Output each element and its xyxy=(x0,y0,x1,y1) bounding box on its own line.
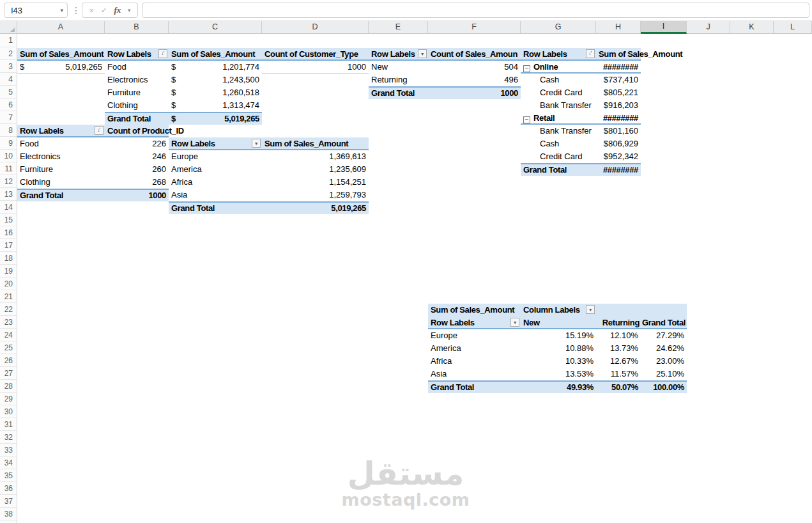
column-header-A[interactable]: A xyxy=(17,21,105,33)
cell-B9[interactable]: 226 xyxy=(105,137,169,150)
row-header-17[interactable]: 17 xyxy=(0,240,17,252)
cell-A11[interactable]: Furniture xyxy=(17,163,105,176)
cell-H8[interactable]: $801,160 xyxy=(596,125,641,137)
cell-B7[interactable]: Grand Total xyxy=(105,112,169,125)
cell-G10[interactable]: Credit Card xyxy=(521,150,596,163)
row-header-29[interactable]: 29 xyxy=(0,393,17,405)
cell-C3[interactable]: $1,201,774 xyxy=(169,61,262,74)
cell-D12[interactable]: 1,154,251 xyxy=(262,176,369,189)
sort-filter-icon[interactable]: ↓↑ xyxy=(95,126,103,135)
cell-G9[interactable]: Cash xyxy=(521,137,596,150)
cell-H24[interactable]: 12.10% xyxy=(596,329,641,342)
cell-I24[interactable]: 27.29% xyxy=(641,329,687,342)
cell-I27[interactable]: 25.10% xyxy=(641,368,687,380)
row-header-20[interactable]: 20 xyxy=(0,278,17,290)
column-header-I[interactable]: I xyxy=(641,21,687,34)
cell-F28[interactable]: Grand Total xyxy=(428,380,521,393)
cell-A13[interactable]: Grand Total xyxy=(17,189,105,201)
row-header-27[interactable]: 27 xyxy=(0,368,17,380)
cell-G8[interactable]: Bank Transfer xyxy=(521,125,596,137)
cell-G5[interactable]: Credit Card xyxy=(521,86,596,99)
cell-H28[interactable]: 50.07% xyxy=(596,380,641,393)
cell-F2[interactable]: Count of Sales_Amoun xyxy=(428,48,521,61)
cell-G2[interactable]: Row Labels↓↑ xyxy=(521,48,596,61)
more-options-icon[interactable]: ⋮ xyxy=(72,3,80,18)
cell-B11[interactable]: 260 xyxy=(105,163,169,176)
column-header-D[interactable]: D xyxy=(262,21,369,33)
cell-H5[interactable]: $805,221 xyxy=(596,86,641,99)
cell-E4[interactable]: Returning xyxy=(369,74,428,86)
cell-G25[interactable]: 10.88% xyxy=(521,342,596,355)
cell-A8[interactable]: Row Labels↓↑ xyxy=(17,125,105,137)
row-header-37[interactable]: 37 xyxy=(0,496,17,508)
cell-B3[interactable]: Food xyxy=(105,61,169,74)
cell-C9[interactable]: Row Labels▼ xyxy=(169,137,262,150)
cell-B2[interactable]: Row Labels↓↑ xyxy=(105,48,169,61)
cell-B8[interactable]: Count of Product_ID xyxy=(105,125,169,137)
row-header-21[interactable]: 21 xyxy=(0,291,17,303)
row-header-25[interactable]: 25 xyxy=(0,342,17,354)
row-header-6[interactable]: 6 xyxy=(0,99,17,111)
row-header-10[interactable]: 10 xyxy=(0,150,17,162)
cell-C13[interactable]: Asia xyxy=(169,189,262,201)
collapse-group-icon[interactable]: − xyxy=(523,116,530,123)
row-header-14[interactable]: 14 xyxy=(0,201,17,214)
cell-G3[interactable]: −Online xyxy=(521,61,596,74)
cell-D13[interactable]: 1,259,793 xyxy=(262,189,369,201)
cell-E3[interactable]: New xyxy=(369,61,428,74)
filter-dropdown-icon[interactable]: ▼ xyxy=(510,318,519,327)
cell-F4[interactable]: 496 xyxy=(428,74,521,86)
column-header-F[interactable]: F xyxy=(428,21,521,33)
cell-G26[interactable]: 10.33% xyxy=(521,355,596,368)
cell-H11[interactable]: ######## xyxy=(596,163,641,176)
cell-G11[interactable]: Grand Total xyxy=(521,163,596,176)
sort-filter-icon[interactable]: ↓↑ xyxy=(158,49,167,58)
cell-C4[interactable]: $1,243,500 xyxy=(169,74,262,86)
row-header-36[interactable]: 36 xyxy=(0,483,17,495)
row-header-4[interactable]: 4 xyxy=(0,74,17,86)
cell-E5[interactable]: Grand Total xyxy=(369,86,428,99)
select-all-corner[interactable]: ◢ xyxy=(0,21,17,34)
row-header-32[interactable]: 32 xyxy=(0,432,17,444)
formula-bar-input[interactable] xyxy=(142,3,809,18)
cell-B10[interactable]: 246 xyxy=(105,150,169,163)
cell-I28[interactable]: 100.00% xyxy=(641,380,687,393)
cell-A9[interactable]: Food xyxy=(17,137,105,150)
cell-I25[interactable]: 24.62% xyxy=(641,342,687,355)
cell-D11[interactable]: 1,235,609 xyxy=(262,163,369,176)
filter-dropdown-icon[interactable]: ▼ xyxy=(586,305,595,314)
cell-H26[interactable]: 12.67% xyxy=(596,355,641,368)
row-header-23[interactable]: 23 xyxy=(0,316,17,329)
cell-C12[interactable]: Africa xyxy=(169,176,262,189)
collapse-group-icon[interactable]: − xyxy=(523,65,530,72)
column-header-H[interactable]: H xyxy=(596,21,641,33)
sort-filter-icon[interactable]: ↓↑ xyxy=(586,49,595,58)
cell-C5[interactable]: $1,260,518 xyxy=(169,86,262,99)
row-header-2[interactable]: 2 xyxy=(0,48,17,60)
cell-G6[interactable]: Bank Transfer xyxy=(521,99,596,112)
cell-H10[interactable]: $952,342 xyxy=(596,150,641,163)
cell-F22[interactable]: Sum of Sales_Amount xyxy=(428,304,521,316)
row-header-16[interactable]: 16 xyxy=(0,227,17,239)
cell-D3[interactable]: 1000 xyxy=(262,61,369,74)
row-header-31[interactable]: 31 xyxy=(0,419,17,431)
cell-F24[interactable]: Europe xyxy=(428,329,521,342)
cell-D9[interactable]: Sum of Sales_Amount xyxy=(262,137,369,150)
cell-G23[interactable]: New xyxy=(521,316,596,329)
cell-I26[interactable]: 23.00% xyxy=(641,355,687,368)
column-header-C[interactable]: C xyxy=(169,21,262,33)
cell-H9[interactable]: $806,929 xyxy=(596,137,641,150)
row-header-11[interactable]: 11 xyxy=(0,163,17,175)
cell-H25[interactable]: 13.73% xyxy=(596,342,641,355)
row-header-1[interactable]: 1 xyxy=(0,34,17,47)
cell-I22[interactable] xyxy=(641,304,687,316)
insert-function-icon[interactable]: fx xyxy=(114,5,121,15)
column-header-K[interactable]: K xyxy=(730,21,774,33)
cell-G24[interactable]: 15.19% xyxy=(521,329,596,342)
column-header-E[interactable]: E xyxy=(369,21,428,33)
row-header-12[interactable]: 12 xyxy=(0,176,17,188)
column-header-L[interactable]: L xyxy=(774,21,812,33)
row-header-28[interactable]: 28 xyxy=(0,380,17,393)
row-header-18[interactable]: 18 xyxy=(0,253,17,265)
cell-H3[interactable]: ######## xyxy=(596,61,641,74)
